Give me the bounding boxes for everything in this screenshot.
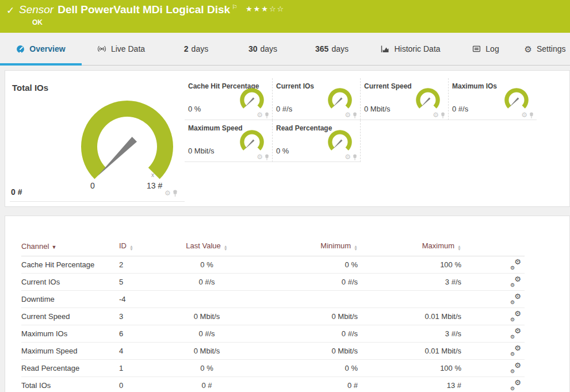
channel-name: Total IOs [21,377,119,392]
table-row[interactable]: Current IOs 5 0 #/s 0 #/s 3 #/s ⚙⚙ [21,274,525,291]
channel-settings-gears-icon[interactable]: ⚙⚙ [510,276,521,286]
channel-minimum: 0 #/s [234,274,358,291]
gauge-value: 0 Mbit/s [364,105,391,113]
gauge-pin-icon[interactable] [441,112,445,118]
channel-settings-gears-icon[interactable]: ⚙⚙ [510,363,521,372]
tab-label: days [192,44,209,53]
gauge-max-marker: x [151,172,154,178]
gauge-settings-gear-icon[interactable]: ⚙ [165,190,171,197]
tab-365-days[interactable]: 365 days [294,33,370,65]
channel-name: Current Speed [21,308,119,325]
channel-last-value: 0 #/s [179,274,234,291]
table-header-row: Channel▼ ID▲▼ Last Value▲▼ Minimum▲▼ Max… [21,238,525,256]
tab-settings[interactable]: ⚙ Settings [520,33,570,65]
gauge-maximum-ios[interactable]: Maximum IOs 0 #/s ⚙ [449,78,537,120]
column-header-channel[interactable]: Channel▼ [21,238,119,256]
sensor-status-text: OK [32,18,43,26]
gauge-maximum-speed[interactable]: Maximum Speed 0 Mbit/s ⚙ [185,120,273,162]
channel-name: Current IOs [21,274,119,291]
channel-last-value: 0 Mbit/s [179,343,234,360]
tab-label: Live Data [111,44,145,53]
total-ios-gauge-dial [70,87,185,202]
channel-minimum: 0 Mbit/s [234,308,358,325]
gauge-settings-gear-icon[interactable]: ⚙ [257,112,263,118]
channel-id: 5 [119,274,179,291]
gauge-value: 0 #/s [452,105,468,113]
channel-minimum: 0 # [234,377,358,392]
channel-name: Maximum Speed [21,343,119,360]
channel-minimum: 0 Mbit/s [234,343,358,360]
table-row[interactable]: Maximum IOs 6 0 #/s 0 #/s 3 #/s ⚙⚙ [21,325,525,343]
gauge-total-ios[interactable]: Total IOs x 0 13 # 0 # ⚙ [5,71,185,206]
channel-settings-gears-icon[interactable]: ⚙⚙ [510,259,521,269]
gauge-pin-icon[interactable] [173,190,178,197]
channel-last-value: 0 # [179,377,234,392]
channel-settings-gears-icon[interactable]: ⚙⚙ [510,380,521,390]
channel-name: Downtime [21,291,119,308]
tab-log[interactable]: Log [452,33,520,65]
gauge-pin-icon[interactable] [529,112,534,118]
table-row[interactable]: Downtime -4 ⚙⚙ [21,291,525,308]
gauges-panel: Total IOs x 0 13 # 0 # ⚙ Cache Hit Perce… [5,70,570,207]
sort-desc-icon: ▼ [51,244,56,250]
gauge-title: Read Percentage [276,124,332,132]
tab-bar: Overview Live Data 2 days 30 days 365 da… [0,33,570,66]
column-header-last-value[interactable]: Last Value▲▼ [179,238,234,256]
channel-name: Cache Hit Percentage [21,256,119,274]
tab-label: Log [485,44,499,53]
gauge-settings-gear-icon[interactable]: ⚙ [345,112,351,118]
sort-icon: ▲▼ [457,245,461,251]
table-row[interactable]: Cache Hit Percentage 2 0 % 0 % 100 % ⚙⚙ [21,256,525,274]
gauge-settings-gear-icon[interactable]: ⚙ [521,112,527,118]
channel-table: Channel▼ ID▲▼ Last Value▲▼ Minimum▲▼ Max… [21,238,525,392]
channel-settings-gears-icon[interactable]: ⚙⚙ [510,328,521,338]
channel-settings-gears-icon[interactable]: ⚙⚙ [510,311,521,321]
tab-number: 2 [184,44,189,53]
tab-overview[interactable]: Overview [0,33,82,65]
column-header-actions [461,238,525,256]
channel-maximum: 3 #/s [358,325,461,343]
gauge-title: Current Speed [364,82,412,90]
mini-gauges-grid: Cache Hit Percentage 0 % ⚙ Current IOs 0… [185,71,537,206]
gauge-settings-gear-icon[interactable]: ⚙ [257,153,263,160]
gauge-pin-icon[interactable] [265,154,269,160]
channel-maximum: 0.01 Mbit/s [358,308,461,325]
channel-maximum: 13 # [358,377,461,392]
gauge-settings-gear-icon[interactable]: ⚙ [345,153,351,160]
gauge-pin-icon[interactable] [265,112,269,118]
channel-maximum: 0.01 Mbit/s [358,343,461,360]
channel-name: Read Percentage [21,360,119,377]
gauge-pin-icon[interactable] [353,154,357,160]
gauge-settings-gear-icon[interactable]: ⚙ [433,112,439,118]
tab-30-days[interactable]: 30 days [232,33,294,65]
tab-label: Historic Data [394,44,440,53]
gauge-pin-icon[interactable] [353,112,357,118]
column-header-maximum[interactable]: Maximum▲▼ [358,238,461,256]
tab-label: Overview [29,44,65,53]
tab-historic-data[interactable]: Historic Data [370,33,452,65]
channel-maximum [358,291,461,308]
gauge-read-percentage[interactable]: Read Percentage 0 % ⚙ [273,120,361,162]
mini-gauge-dial [413,84,443,114]
table-row[interactable]: Total IOs 0 0 # 0 # 13 # ⚙⚙ [21,377,525,392]
sort-icon: ▲▼ [354,245,358,251]
priority-flag-icon[interactable]: ⚐ [232,3,238,10]
table-row[interactable]: Read Percentage 1 0 % 0 % 100 % ⚙⚙ [21,360,525,377]
gauge-current-speed[interactable]: Current Speed 0 Mbit/s ⚙ [361,78,449,120]
table-row[interactable]: Maximum Speed 4 0 Mbit/s 0 Mbit/s 0.01 M… [21,343,525,360]
gauge-cache-hit-percentage[interactable]: Cache Hit Percentage 0 % ⚙ [185,78,273,120]
channel-minimum [234,291,358,308]
channel-id: -4 [119,291,179,308]
gear-icon: ⚙ [524,45,531,53]
channel-minimum: 0 #/s [234,325,358,343]
column-header-id[interactable]: ID▲▼ [119,238,179,256]
channel-settings-gears-icon[interactable]: ⚙⚙ [510,294,521,303]
column-header-minimum[interactable]: Minimum▲▼ [234,238,358,256]
gauge-value: 0 % [188,105,201,113]
channel-settings-gears-icon[interactable]: ⚙⚙ [510,345,521,355]
priority-stars[interactable]: ★★★☆☆ [246,5,285,13]
tab-2-days[interactable]: 2 days [160,33,232,65]
tab-live-data[interactable]: Live Data [82,33,160,65]
table-row[interactable]: Current Speed 3 0 Mbit/s 0 Mbit/s 0.01 M… [21,308,525,325]
gauge-current-ios[interactable]: Current IOs 0 #/s ⚙ [273,78,361,120]
